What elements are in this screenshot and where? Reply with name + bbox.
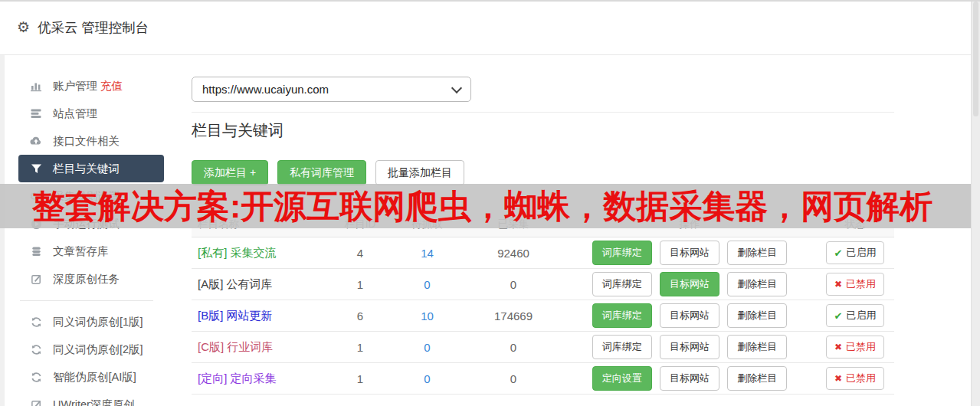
page-title: 栏目与关键词: [192, 120, 284, 141]
sidebar-item-ai-spin[interactable]: 智能伪原创[AI版]: [18, 363, 164, 391]
target-site-button[interactable]: 目标网站: [660, 303, 719, 328]
filter-icon: [29, 162, 43, 175]
column-id: 1: [329, 269, 391, 300]
table-row: [定向] 定向采集 1 0 0 定向设置 目标网站 删除栏目 ✖ 已禁用: [192, 363, 894, 395]
target-site-button[interactable]: 目标网站: [660, 241, 719, 265]
pending-count-link[interactable]: 0: [424, 341, 430, 354]
column-id: 1: [329, 363, 391, 395]
promo-overlay-band: 整套解决方案:开源互联网爬虫，蜘蛛，数据采集器，网页解析: [0, 184, 971, 228]
sidebar-item-article-staging[interactable]: 文章暂存库: [18, 237, 164, 265]
pending-count-link[interactable]: 0: [424, 278, 430, 291]
collected-count: 92460: [464, 237, 563, 269]
sidebar-item-label: UWriter深度原创: [53, 398, 135, 406]
scrollbar-thumb[interactable]: [973, 2, 978, 116]
cross-icon: ✖: [834, 342, 842, 352]
sidebar-item-deep-original-task[interactable]: 深度原创任务: [18, 265, 164, 293]
pending-count-link[interactable]: 0: [424, 372, 430, 385]
sidebar-item-columns-keywords[interactable]: 栏目与关键词: [18, 155, 164, 182]
edit-icon: [29, 273, 43, 285]
table-row: [B版] 网站更新 6 10 174669 词库绑定 目标网站 删除栏目 ✔ 已…: [192, 300, 894, 332]
status-button[interactable]: ✔ 已启用: [826, 304, 885, 327]
columns-table: 栏目名称 栏目ID 待抓取 已采集 操作 状态 [私有] 采集交流 4 14 9…: [192, 212, 894, 395]
add-column-button[interactable]: 添加栏目 +: [192, 160, 268, 185]
sidebar-item-label: 同义词伪原创[1版]: [53, 315, 143, 329]
refresh-icon: [29, 343, 43, 355]
targeted-settings-button[interactable]: 定向设置: [592, 366, 652, 391]
sidebar-item-label: 同义词伪原创[2版]: [53, 342, 143, 357]
content-divider: [192, 112, 894, 113]
sidebar-item-synonym-spin-v2[interactable]: 同义词伪原创[2版]: [18, 336, 164, 363]
bind-thesaurus-button[interactable]: 词库绑定: [592, 272, 652, 296]
table-row: [C版] 行业词库 1 0 0 词库绑定 目标网站 删除栏目 ✖ 已禁用: [192, 332, 894, 363]
site-select[interactable]: https://www.ucaiyun.com: [192, 77, 471, 102]
batch-add-column-button[interactable]: 批量添加栏目: [375, 160, 464, 185]
bar-chart-icon: [29, 80, 43, 92]
app-title: 优采云 管理控制台: [38, 18, 149, 37]
check-icon: ✔: [834, 310, 843, 322]
refresh-icon: [29, 371, 43, 383]
cloud-upload-icon: [29, 135, 43, 147]
sidebar-item-label: 站点管理: [53, 106, 97, 121]
database-icon: [29, 245, 43, 257]
column-name-link[interactable]: [B版] 网站更新: [198, 309, 273, 322]
target-site-button[interactable]: 目标网站: [660, 366, 719, 391]
collected-count: 174669: [464, 300, 563, 332]
target-site-button[interactable]: 目标网站: [660, 335, 719, 359]
bind-thesaurus-button[interactable]: 词库绑定: [592, 241, 652, 265]
collected-count: 0: [464, 269, 563, 300]
column-id: 4: [329, 237, 391, 269]
cross-icon: ✖: [834, 279, 842, 290]
column-id: 1: [329, 332, 391, 363]
delete-column-button[interactable]: 删除栏目: [727, 303, 787, 328]
status-label: 已启用: [846, 246, 876, 260]
toolbar: 添加栏目 + 私有词库管理 批量添加栏目: [192, 160, 464, 185]
column-name-link[interactable]: [私有] 采集交流: [198, 246, 277, 259]
column-name-link[interactable]: [C版] 行业词库: [198, 340, 273, 353]
status-button[interactable]: ✖ 已禁用: [826, 367, 884, 390]
window-top-edge: [0, 0, 980, 2]
delete-column-button[interactable]: 删除栏目: [727, 272, 787, 296]
delete-column-button[interactable]: 删除栏目: [727, 241, 787, 265]
refresh-icon: [29, 316, 43, 328]
sidebar-item-label: 账户管理: [53, 79, 97, 93]
column-name-link[interactable]: [A版] 公有词库: [198, 277, 273, 290]
bind-thesaurus-button[interactable]: 词库绑定: [592, 303, 652, 328]
pending-count-link[interactable]: 14: [421, 247, 434, 260]
cross-icon: ✖: [834, 373, 842, 384]
bind-thesaurus-button[interactable]: 词库绑定: [592, 335, 652, 359]
sidebar-item-interface-files[interactable]: 接口文件相关: [18, 127, 164, 155]
status-label: 已禁用: [846, 372, 876, 385]
sidebar: 账户管理 充值 站点管理 接口文件相关 栏目与关键词 ⚙⚙ 采集规则设置 手动运…: [18, 72, 164, 406]
pending-count-link[interactable]: 10: [421, 309, 434, 323]
status-button[interactable]: ✔ 已启用: [826, 241, 885, 264]
sidebar-item-account[interactable]: 账户管理 充值: [18, 72, 164, 100]
vertical-scrollbar[interactable]: [971, 0, 980, 406]
sidebar-item-uwriter-deep-original[interactable]: UWriter深度原创: [18, 391, 164, 406]
check-icon: ✔: [834, 247, 843, 259]
gear-icon: ⚙: [17, 18, 30, 36]
status-label: 已启用: [846, 309, 876, 323]
collected-count: 0: [464, 332, 563, 363]
chevron-down-icon: [451, 82, 462, 93]
column-name-link[interactable]: [定向] 定向采集: [198, 372, 277, 385]
recharge-badge[interactable]: 充值: [100, 79, 123, 93]
column-id: 6: [329, 300, 391, 332]
sidebar-item-sites[interactable]: 站点管理: [18, 100, 164, 127]
status-button[interactable]: ✖ 已禁用: [826, 273, 884, 296]
delete-column-button[interactable]: 删除栏目: [727, 335, 787, 359]
edit-icon: [29, 398, 43, 406]
table-row: [A版] 公有词库 1 0 0 词库绑定 目标网站 删除栏目 ✖ 已禁用: [192, 269, 894, 300]
sidebar-item-label: 深度原创任务: [53, 272, 120, 286]
status-label: 已禁用: [846, 340, 876, 354]
status-button[interactable]: ✖ 已禁用: [826, 336, 884, 359]
target-site-button[interactable]: 目标网站: [660, 272, 719, 296]
sidebar-item-label: 栏目与关键词: [53, 162, 120, 176]
table-row: [私有] 采集交流 4 14 92460 词库绑定 目标网站 删除栏目 ✔ 已启…: [192, 237, 894, 269]
status-label: 已禁用: [846, 277, 876, 291]
sidebar-item-synonym-spin-v1[interactable]: 同义词伪原创[1版]: [18, 308, 164, 336]
promo-overlay-text: 整套解决方案:开源互联网爬虫，蜘蛛，数据采集器，网页解析: [32, 190, 932, 223]
site-select-value: https://www.ucaiyun.com: [202, 83, 329, 96]
sidebar-divider: [20, 300, 153, 301]
private-thesaurus-button[interactable]: 私有词库管理: [277, 160, 366, 185]
delete-column-button[interactable]: 删除栏目: [727, 366, 787, 391]
